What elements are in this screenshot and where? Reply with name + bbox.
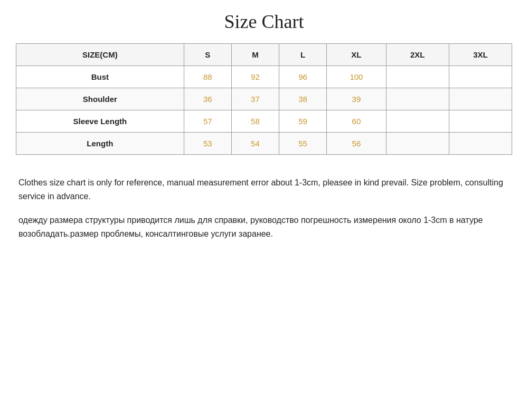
table-cell: 88 [184,66,231,88]
table-cell: 39 [327,88,386,110]
table-cell: 56 [327,133,386,155]
notes-section: Clothes size chart is only for reference… [16,176,512,240]
table-row: Sleeve Length57585960 [16,110,512,133]
table-cell: 36 [184,88,231,110]
column-header-0: SIZE(CM) [16,44,184,66]
table-cell: 92 [231,66,279,88]
table-cell: 53 [184,133,231,155]
size-table: SIZE(CM)SMLXL2XL3XL Bust889296100Shoulde… [16,43,512,155]
table-cell [449,110,512,133]
table-cell: 57 [184,110,231,133]
column-header-3: L [279,44,327,66]
table-row: Length53545556 [16,133,512,155]
column-header-6: 3XL [449,44,512,66]
table-cell: 60 [327,110,386,133]
table-header-row: SIZE(CM)SMLXL2XL3XL [16,44,512,66]
table-cell [386,110,449,133]
table-cell: 54 [231,133,279,155]
column-header-2: M [231,44,279,66]
column-header-4: XL [327,44,386,66]
table-cell [449,88,512,110]
table-cell: 96 [279,66,327,88]
row-label-0: Bust [16,66,184,88]
row-label-1: Shoulder [16,88,184,110]
row-label-3: Length [16,133,184,155]
table-cell: 37 [231,88,279,110]
table-cell: 58 [231,110,279,133]
table-cell [449,66,512,88]
page-title: Size Chart [16,11,512,33]
column-header-5: 2XL [386,44,449,66]
table-cell [449,133,512,155]
column-header-1: S [184,44,231,66]
table-cell: 100 [327,66,386,88]
table-cell: 38 [279,88,327,110]
table-cell [386,88,449,110]
table-cell [386,133,449,155]
table-cell [386,66,449,88]
notes-russian: одежду размера структуры приводится лишь… [18,213,510,240]
table-cell: 55 [279,133,327,155]
row-label-2: Sleeve Length [16,110,184,133]
table-row: Shoulder36373839 [16,88,512,110]
notes-english: Clothes size chart is only for reference… [18,176,510,203]
table-cell: 59 [279,110,327,133]
table-row: Bust889296100 [16,66,512,88]
